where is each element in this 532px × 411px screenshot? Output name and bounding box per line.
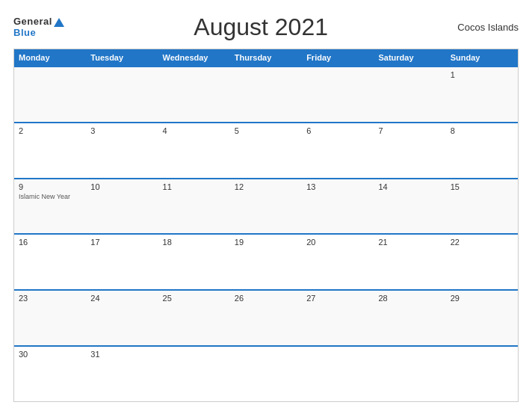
cell-date-number: 21	[378, 238, 441, 247]
date-cell-20: 20	[302, 235, 374, 289]
calendar-grid: Monday Tuesday Wednesday Thursday Friday…	[13, 49, 519, 402]
empty-cell-5-2	[158, 347, 230, 401]
date-cell-18: 18	[158, 235, 230, 289]
cell-date-number: 11	[163, 182, 226, 191]
cell-date-number: 25	[163, 294, 226, 303]
logo-triangle-icon	[54, 18, 64, 27]
date-cell-10: 10	[86, 179, 158, 234]
cell-date-number: 18	[163, 238, 226, 247]
day-monday: Monday	[14, 49, 86, 66]
cell-date-number: 22	[451, 238, 513, 247]
date-cell-8: 8	[446, 123, 518, 178]
cell-date-number: 29	[451, 294, 513, 303]
cell-date-number: 16	[19, 238, 81, 247]
cell-date-number: 26	[235, 294, 297, 303]
week-row-3: 9Islamic New Year101112131415	[14, 178, 518, 234]
cell-date-number: 4	[163, 126, 226, 135]
empty-cell-0-5	[374, 67, 445, 122]
date-cell-29: 29	[446, 291, 518, 345]
day-sunday: Sunday	[446, 49, 518, 66]
empty-cell-0-2	[158, 67, 230, 122]
logo: General Blue	[13, 16, 64, 38]
date-cell-1: 1	[446, 67, 518, 122]
cell-event-label: Islamic New Year	[19, 193, 81, 202]
calendar-weeks: 123456789Islamic New Year101112131415161…	[14, 66, 518, 401]
cell-date-number: 15	[451, 182, 513, 191]
empty-cell-0-4	[302, 67, 374, 122]
cell-date-number: 27	[306, 294, 369, 303]
week-row-5: 23242526272829	[14, 289, 518, 345]
empty-cell-5-6	[446, 347, 518, 401]
empty-cell-5-3	[230, 347, 302, 401]
cell-date-number: 17	[90, 238, 153, 247]
cell-date-number: 23	[19, 294, 81, 303]
logo-general-text: General	[13, 16, 64, 27]
date-cell-11: 11	[158, 179, 230, 234]
day-friday: Friday	[302, 49, 374, 66]
date-cell-7: 7	[374, 123, 445, 178]
date-cell-27: 27	[302, 291, 374, 345]
date-cell-19: 19	[230, 235, 302, 289]
cell-date-number: 13	[306, 182, 369, 191]
days-header: Monday Tuesday Wednesday Thursday Friday…	[14, 49, 518, 66]
day-thursday: Thursday	[230, 49, 302, 66]
empty-cell-0-3	[230, 67, 302, 122]
date-cell-22: 22	[446, 235, 518, 289]
date-cell-17: 17	[86, 235, 158, 289]
week-row-6: 3031	[14, 345, 518, 401]
cell-date-number: 31	[90, 350, 153, 359]
day-tuesday: Tuesday	[86, 49, 158, 66]
empty-cell-0-0	[14, 67, 86, 122]
cell-date-number: 10	[90, 182, 153, 191]
week-row-4: 16171819202122	[14, 233, 518, 289]
day-saturday: Saturday	[374, 49, 445, 66]
empty-cell-5-4	[302, 347, 374, 401]
date-cell-31: 31	[86, 347, 158, 401]
cell-date-number: 7	[378, 126, 441, 135]
cell-date-number: 24	[90, 294, 153, 303]
cell-date-number: 20	[306, 238, 369, 247]
date-cell-5: 5	[230, 123, 302, 178]
date-cell-16: 16	[14, 235, 86, 289]
date-cell-12: 12	[230, 179, 302, 234]
logo-blue-text: Blue	[13, 28, 64, 38]
date-cell-21: 21	[374, 235, 445, 289]
region-label: Cocos Islands	[457, 22, 519, 33]
date-cell-4: 4	[158, 123, 230, 178]
cell-date-number: 8	[451, 126, 513, 135]
cell-date-number: 3	[90, 126, 153, 135]
cell-date-number: 1	[451, 70, 513, 79]
cell-date-number: 12	[235, 182, 297, 191]
date-cell-26: 26	[230, 291, 302, 345]
week-row-2: 2345678	[14, 122, 518, 178]
date-cell-3: 3	[86, 123, 158, 178]
date-cell-14: 14	[374, 179, 445, 234]
calendar-title: August 2021	[64, 13, 457, 41]
cell-date-number: 19	[235, 238, 297, 247]
day-wednesday: Wednesday	[158, 49, 230, 66]
cell-date-number: 14	[378, 182, 441, 191]
empty-cell-5-5	[374, 347, 445, 401]
empty-cell-0-1	[86, 67, 158, 122]
date-cell-9: 9Islamic New Year	[14, 179, 86, 234]
calendar-page: General Blue August 2021 Cocos Islands M…	[0, 0, 532, 411]
date-cell-28: 28	[374, 291, 445, 345]
cell-date-number: 28	[378, 294, 441, 303]
calendar-header: General Blue August 2021 Cocos Islands	[13, 13, 519, 41]
date-cell-15: 15	[446, 179, 518, 234]
cell-date-number: 9	[19, 182, 81, 191]
date-cell-6: 6	[302, 123, 374, 178]
week-row-1: 1	[14, 66, 518, 122]
date-cell-24: 24	[86, 291, 158, 345]
cell-date-number: 30	[19, 350, 81, 359]
date-cell-25: 25	[158, 291, 230, 345]
cell-date-number: 6	[306, 126, 369, 135]
date-cell-23: 23	[14, 291, 86, 345]
date-cell-13: 13	[302, 179, 374, 234]
cell-date-number: 5	[235, 126, 297, 135]
date-cell-30: 30	[14, 347, 86, 401]
cell-date-number: 2	[19, 126, 81, 135]
date-cell-2: 2	[14, 123, 86, 178]
